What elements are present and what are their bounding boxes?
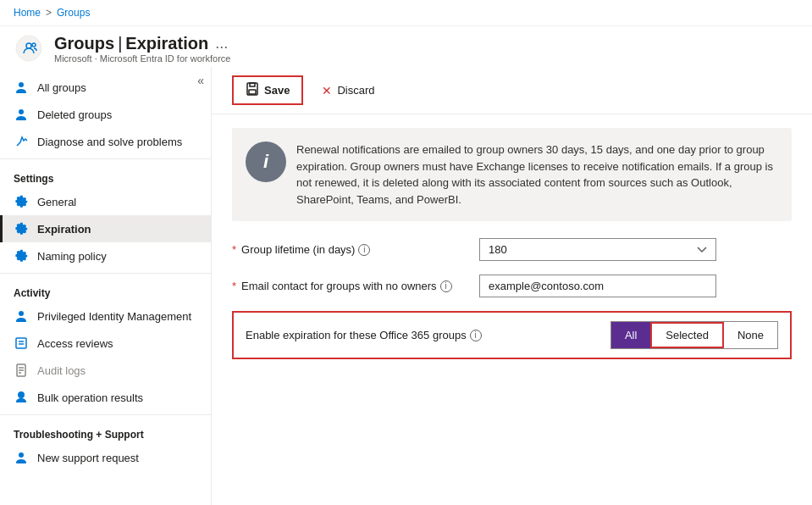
main-content: Save ✕ Discard i Renewal notifications a… — [212, 67, 812, 505]
naming-policy-gear-icon — [14, 248, 29, 264]
sidebar-divider-1 — [0, 158, 211, 159]
access-reviews-icon — [14, 336, 29, 351]
sidebar-divider-2 — [0, 273, 211, 274]
email-contact-input[interactable] — [479, 275, 716, 297]
page-title-block: Groups | Expiration ... Microsoft · Micr… — [54, 34, 230, 64]
email-contact-row: * Email contact for groups with no owner… — [232, 275, 792, 297]
page-title-groups: Groups — [54, 34, 114, 53]
audit-logs-label: Audit logs — [37, 364, 86, 377]
general-gear-icon — [14, 194, 29, 209]
sidebar-divider-3 — [0, 414, 211, 415]
bulk-operation-label: Bulk operation results — [37, 391, 143, 404]
save-button[interactable]: Save — [232, 75, 303, 105]
info-box: i Renewal notifications are emailed to g… — [232, 128, 792, 221]
group-lifetime-label-text: Group lifetime (in days) — [241, 243, 355, 256]
diagnose-icon — [14, 134, 29, 149]
discard-icon: ✕ — [322, 84, 332, 97]
expiration-gear-icon — [14, 221, 29, 236]
info-icon: i — [246, 142, 286, 182]
expiration-info-icon[interactable]: i — [470, 330, 482, 341]
sidebar-collapse-button[interactable]: « — [197, 74, 204, 87]
audit-logs-icon — [14, 363, 29, 378]
sidebar-item-naming-policy[interactable]: Naming policy — [0, 242, 211, 269]
bulk-operation-icon — [14, 390, 29, 405]
content-inner: i Renewal notifications are emailed to g… — [212, 114, 812, 386]
email-contact-label-text: Email contact for groups with no owners — [241, 280, 437, 292]
group-lifetime-label: * Group lifetime (in days) i — [232, 243, 469, 256]
sidebar-item-access-reviews[interactable]: Access reviews — [0, 330, 211, 357]
diagnose-label: Diagnose and solve problems — [37, 136, 182, 148]
toolbar: Save ✕ Discard — [212, 67, 812, 114]
settings-section-title: Settings — [0, 163, 211, 188]
info-text: Renewal notifications are emailed to gro… — [296, 142, 778, 208]
expiration-toggle-label-text: Enable expiration for these Office 365 g… — [246, 329, 467, 341]
group-lifetime-select[interactable]: 180 365 Custom — [479, 238, 716, 261]
groups-settings-icon — [14, 33, 44, 64]
sidebar-item-pim[interactable]: Privileged Identity Management — [0, 302, 211, 330]
email-contact-label: * Email contact for groups with no owner… — [232, 280, 469, 292]
sidebar-item-diagnose[interactable]: Diagnose and solve problems — [0, 128, 211, 155]
toggle-none-button[interactable]: None — [724, 322, 777, 348]
page-header: Groups | Expiration ... Microsoft · Micr… — [0, 26, 812, 67]
sidebar-item-new-support[interactable]: New support request — [0, 444, 211, 471]
discard-button[interactable]: ✕ Discard — [310, 79, 386, 103]
deleted-groups-label: Deleted groups — [37, 108, 112, 121]
expiration-label: Expiration — [37, 223, 91, 236]
breadcrumb-groups[interactable]: Groups — [57, 7, 90, 19]
deleted-groups-icon — [14, 107, 29, 122]
sidebar-item-deleted-groups[interactable]: Deleted groups — [0, 101, 211, 128]
naming-policy-label: Naming policy — [37, 250, 107, 263]
general-label: General — [37, 196, 76, 208]
new-support-label: New support request — [37, 452, 139, 464]
troubleshooting-section-title: Troubleshooting + Support — [0, 419, 211, 444]
sidebar: « All groups Deleted groups Diagnose and… — [0, 67, 212, 505]
sidebar-item-all-groups[interactable]: All groups — [0, 74, 211, 101]
sidebar-item-audit-logs[interactable]: Audit logs — [0, 357, 211, 384]
discard-label: Discard — [337, 84, 374, 97]
required-star-lifetime: * — [232, 243, 236, 256]
svg-rect-11 — [249, 90, 256, 94]
new-support-icon — [14, 450, 29, 465]
sidebar-item-expiration[interactable]: Expiration — [0, 215, 211, 242]
pim-icon — [14, 308, 29, 324]
page-title-section: Expiration — [125, 34, 208, 53]
required-star-email: * — [232, 280, 236, 292]
svg-rect-2 — [16, 338, 26, 348]
activity-section-title: Activity — [0, 277, 211, 302]
sidebar-item-general[interactable]: General — [0, 188, 211, 215]
save-icon — [246, 82, 259, 98]
all-groups-icon — [14, 80, 29, 95]
page-subtitle: Microsoft · Microsoft Entra ID for workf… — [54, 53, 230, 64]
header-ellipsis-icon[interactable]: ... — [215, 35, 228, 53]
toggle-group: All Selected None — [610, 321, 778, 349]
breadcrumb: Home > Groups — [0, 0, 812, 26]
title-pipe: | — [118, 34, 122, 53]
expiration-toggle-row: Enable expiration for these Office 365 g… — [232, 311, 792, 359]
lifetime-info-icon[interactable]: i — [358, 244, 370, 256]
all-groups-label: All groups — [37, 81, 86, 94]
email-info-icon[interactable]: i — [440, 280, 452, 292]
toggle-selected-button[interactable]: Selected — [650, 322, 724, 348]
expiration-toggle-label: Enable expiration for these Office 365 g… — [246, 329, 610, 341]
pim-label: Privileged Identity Management — [37, 310, 191, 323]
breadcrumb-home[interactable]: Home — [14, 7, 41, 19]
save-label: Save — [264, 84, 290, 97]
breadcrumb-separator: > — [46, 7, 52, 19]
toggle-all-button[interactable]: All — [611, 322, 650, 348]
svg-rect-10 — [250, 83, 255, 86]
access-reviews-label: Access reviews — [37, 337, 113, 350]
group-lifetime-row: * Group lifetime (in days) i 180 365 Cus… — [232, 238, 792, 261]
sidebar-item-bulk-operation[interactable]: Bulk operation results — [0, 384, 211, 411]
